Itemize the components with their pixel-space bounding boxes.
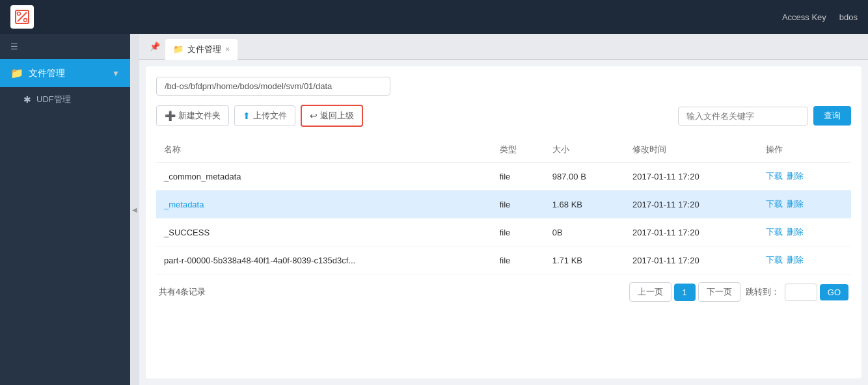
table-header-row: 名称 类型 大小 修改时间 操作	[156, 137, 851, 163]
access-key-label[interactable]: Access Key	[782, 12, 826, 22]
file-type: file	[492, 219, 545, 246]
sidebar: ☰ 📁 文件管理 ▼ ✱ UDF管理	[0, 34, 130, 385]
file-name: _common_metadata	[156, 163, 492, 191]
download-link[interactable]: 下载	[766, 171, 783, 181]
go-back-label: 返回上级	[320, 110, 354, 122]
search-area: 查询	[678, 106, 851, 126]
file-name: _metadata	[156, 191, 492, 219]
file-type: file	[492, 163, 545, 191]
hamburger-icon: ☰	[10, 42, 18, 51]
new-folder-label: 新建文件夹	[178, 110, 221, 122]
table-row: _metadatafile1.68 KB2017-01-11 17:20下载删除	[156, 191, 851, 219]
menu-icon[interactable]: ☰	[0, 34, 130, 59]
download-link[interactable]: 下载	[766, 255, 783, 265]
delete-link[interactable]: 删除	[787, 255, 804, 265]
table-row: _SUCCESSfile0B2017-01-11 17:20下载删除	[156, 219, 851, 246]
tab-pin-icon[interactable]: 📌	[144, 39, 165, 54]
delete-link[interactable]: 删除	[787, 171, 804, 181]
main-content: 📌 📁 文件管理 × /bd-os/bfdpm/home/bdos/model/…	[139, 34, 868, 385]
go-back-button[interactable]: ↩ 返回上级	[301, 105, 363, 127]
upload-icon: ⬆	[243, 111, 251, 121]
page-jump-input[interactable]	[785, 284, 817, 301]
back-icon: ↩	[310, 111, 318, 121]
col-modified: 修改时间	[625, 137, 758, 163]
col-name: 名称	[156, 137, 492, 163]
file-size: 1.71 KB	[545, 246, 625, 274]
total-records: 共有4条记录	[159, 286, 206, 298]
tab-label: 文件管理	[187, 44, 221, 55]
udf-icon: ✱	[23, 94, 31, 105]
file-name: part-r-00000-5b338a48-40f1-4a0f-8039-c13…	[156, 246, 492, 274]
path-bar: /bd-os/bfdpm/home/bdos/model/svm/01/data	[156, 77, 390, 96]
file-name: _SUCCESS	[156, 219, 492, 246]
col-actions: 操作	[758, 137, 851, 163]
jump-label: 跳转到：	[743, 286, 782, 298]
col-size: 大小	[545, 137, 625, 163]
toolbar: ➕ 新建文件夹 ⬆ 上传文件 ↩ 返回上级 查询	[156, 105, 851, 127]
table-row: _common_metadatafile987.00 B2017-01-11 1…	[156, 163, 851, 191]
delete-link[interactable]: 删除	[787, 199, 804, 209]
sidebar-collapse-handle[interactable]: ◀	[130, 34, 139, 385]
upload-file-label: 上传文件	[253, 110, 287, 122]
file-actions: 下载删除	[758, 163, 851, 191]
sidebar-sub-item-label: UDF管理	[36, 94, 71, 105]
delete-link[interactable]: 删除	[787, 227, 804, 237]
pagination: 共有4条记录 上一页 1 下一页 跳转到： GO	[156, 274, 851, 302]
search-input[interactable]	[678, 107, 808, 126]
file-modified: 2017-01-11 17:20	[625, 219, 758, 246]
file-size: 987.00 B	[545, 163, 625, 191]
file-modified: 2017-01-11 17:20	[625, 163, 758, 191]
pagination-controls: 上一页 1 下一页 跳转到： GO	[629, 282, 848, 302]
col-type: 类型	[492, 137, 545, 163]
svg-line-1	[18, 12, 27, 21]
prev-page-button[interactable]: 上一页	[629, 282, 671, 302]
sidebar-item-udf-manager[interactable]: ✱ UDF管理	[0, 87, 130, 112]
sidebar-item-label: 文件管理	[29, 68, 65, 79]
file-size: 0B	[545, 219, 625, 246]
topbar: Access Key bdos	[0, 0, 868, 34]
file-modified: 2017-01-11 17:20	[625, 246, 758, 274]
file-actions: 下载删除	[758, 191, 851, 219]
file-actions: 下载删除	[758, 246, 851, 274]
download-link[interactable]: 下载	[766, 199, 783, 209]
svg-point-3	[24, 19, 27, 22]
current-page-button[interactable]: 1	[674, 284, 696, 301]
file-size: 1.68 KB	[545, 191, 625, 219]
file-type: file	[492, 191, 545, 219]
tab-close-icon[interactable]: ×	[225, 45, 230, 54]
file-type: file	[492, 246, 545, 274]
sidebar-item-file-manager[interactable]: 📁 文件管理 ▼	[0, 59, 130, 87]
folder-icon: 📁	[10, 67, 23, 79]
username-label: bdos	[839, 12, 858, 22]
table-row: part-r-00000-5b338a48-40f1-4a0f-8039-c13…	[156, 246, 851, 274]
file-actions: 下载删除	[758, 219, 851, 246]
go-button[interactable]: GO	[820, 284, 848, 300]
tab-file-manager[interactable]: 📁 文件管理 ×	[165, 39, 237, 60]
tab-bar: 📌 📁 文件管理 ×	[139, 34, 868, 60]
download-link[interactable]: 下载	[766, 227, 783, 237]
next-page-button[interactable]: 下一页	[698, 282, 740, 302]
plus-folder-icon: ➕	[165, 111, 176, 121]
layout: ☰ 📁 文件管理 ▼ ✱ UDF管理 ◀ 📌 📁 文件管理 × /	[0, 34, 868, 385]
upload-file-button[interactable]: ⬆ 上传文件	[234, 105, 295, 126]
new-folder-button[interactable]: ➕ 新建文件夹	[156, 105, 229, 126]
topbar-right: Access Key bdos	[782, 12, 858, 22]
logo	[10, 5, 34, 29]
tab-folder-icon: 📁	[173, 44, 183, 54]
collapse-arrow-icon: ◀	[132, 206, 137, 213]
expand-icon: ▼	[112, 69, 120, 78]
svg-point-2	[18, 12, 21, 16]
content-area: /bd-os/bfdpm/home/bdos/model/svm/01/data…	[146, 66, 861, 378]
file-modified: 2017-01-11 17:20	[625, 191, 758, 219]
file-table: 名称 类型 大小 修改时间 操作 _common_metadatafile987…	[156, 137, 851, 274]
search-button[interactable]: 查询	[813, 106, 851, 126]
